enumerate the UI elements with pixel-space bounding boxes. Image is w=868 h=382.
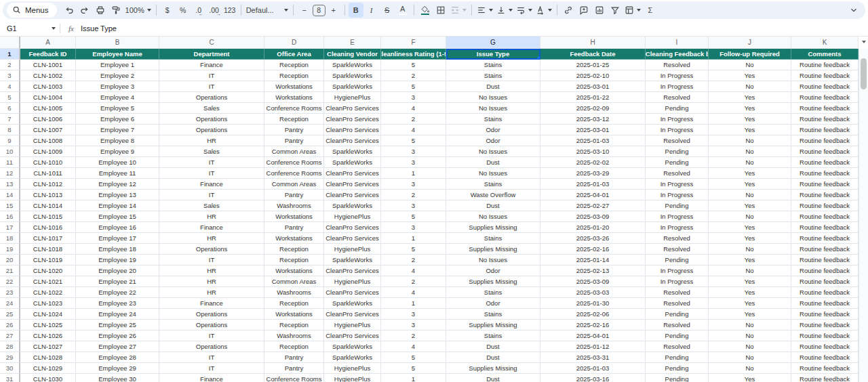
cell-C29[interactable]: IT bbox=[159, 352, 264, 363]
cell-F11[interactable]: 3 bbox=[381, 157, 446, 168]
cell-J20[interactable]: Yes bbox=[709, 255, 791, 266]
cell-D28[interactable]: Reception bbox=[264, 341, 324, 352]
cell-K10[interactable]: Routine feedback bbox=[791, 146, 859, 157]
cell-D18[interactable]: Workstations bbox=[264, 233, 324, 244]
selection-fill-handle[interactable] bbox=[537, 56, 540, 60]
cell-H8[interactable]: 2025-03-01 bbox=[540, 125, 646, 135]
cell-A25[interactable]: CLN-1024 bbox=[20, 309, 76, 320]
cell-G10[interactable]: No Issues bbox=[446, 146, 540, 157]
cell-A6[interactable]: CLN-1005 bbox=[20, 103, 76, 114]
row-header-15[interactable]: 15 bbox=[0, 200, 20, 211]
cell-J10[interactable]: No bbox=[709, 146, 791, 157]
cell-A11[interactable]: CLN-1010 bbox=[20, 157, 76, 168]
cell-F17[interactable]: 3 bbox=[381, 222, 446, 233]
text-color-button[interactable]: A bbox=[395, 3, 410, 18]
cell-J9[interactable]: No bbox=[709, 135, 791, 146]
cell-G11[interactable]: Dust bbox=[446, 157, 540, 168]
cell-J2[interactable]: No bbox=[709, 60, 791, 70]
cell-H7[interactable]: 2025-03-12 bbox=[540, 114, 646, 125]
cell-K4[interactable]: Routine feedback bbox=[791, 81, 859, 92]
cell-I30[interactable]: Pending bbox=[646, 363, 709, 374]
cell-D11[interactable]: Conference Rooms bbox=[264, 157, 324, 168]
cell-H17[interactable]: 2025-01-20 bbox=[540, 222, 646, 233]
cell-G28[interactable]: Dust bbox=[446, 341, 540, 352]
cell-B11[interactable]: Employee 10 bbox=[76, 157, 159, 168]
cell-K17[interactable]: Routine feedback bbox=[791, 222, 859, 233]
cell-F9[interactable]: 5 bbox=[381, 135, 446, 146]
vertical-align-button[interactable] bbox=[495, 3, 514, 18]
cell-A31[interactable]: CLN-1030 bbox=[20, 374, 76, 382]
cell-A21[interactable]: CLN-1020 bbox=[20, 266, 76, 276]
cell-B31[interactable]: Employee 30 bbox=[76, 374, 159, 382]
cell-E31[interactable]: HygienePlus bbox=[324, 374, 381, 382]
cell-D26[interactable]: Reception bbox=[264, 320, 324, 331]
cell-H23[interactable]: 2025-03-03 bbox=[540, 287, 646, 298]
cell-E11[interactable]: SparkleWorks bbox=[324, 157, 381, 168]
cell-C3[interactable]: IT bbox=[159, 70, 264, 81]
cell-K2[interactable]: Routine feedback bbox=[791, 60, 859, 70]
row-header-28[interactable]: 28 bbox=[0, 341, 20, 352]
cell-C31[interactable]: Finance bbox=[159, 374, 264, 382]
cell-C5[interactable]: Operations bbox=[159, 92, 264, 103]
row-header-19[interactable]: 19 bbox=[0, 244, 20, 255]
cell-K19[interactable]: Routine feedback bbox=[791, 244, 859, 255]
cell-H11[interactable]: 2025-02-02 bbox=[540, 157, 646, 168]
cell-A12[interactable]: CLN-1011 bbox=[20, 168, 76, 179]
column-dropdown-icon[interactable] bbox=[862, 41, 866, 43]
cell-B24[interactable]: Employee 23 bbox=[76, 298, 159, 309]
cell-C10[interactable]: Sales bbox=[159, 146, 264, 157]
cell-H12[interactable]: 2025-03-29 bbox=[540, 168, 646, 179]
cell-A20[interactable]: CLN-1019 bbox=[20, 255, 76, 266]
cell-K11[interactable]: Routine feedback bbox=[791, 157, 859, 168]
table-views-button[interactable] bbox=[623, 3, 642, 18]
cell-E12[interactable]: CleanPro Services bbox=[324, 168, 381, 179]
cell-K21[interactable]: Routine feedback bbox=[791, 266, 859, 276]
more-formats-button[interactable]: 123 bbox=[222, 3, 237, 18]
cell-G3[interactable]: Stains bbox=[446, 70, 540, 81]
cell-C8[interactable]: Operations bbox=[159, 125, 264, 135]
row-header-16[interactable]: 16 bbox=[0, 211, 20, 222]
cell-G17[interactable]: Supplies Missing bbox=[446, 222, 540, 233]
cell-J29[interactable]: No bbox=[709, 352, 791, 363]
column-header-G[interactable]: G bbox=[446, 37, 540, 49]
cell-C25[interactable]: Operations bbox=[159, 309, 264, 320]
cell-G6[interactable]: No Issues bbox=[446, 103, 540, 114]
cell-J17[interactable]: Yes bbox=[709, 222, 791, 233]
cell-A29[interactable]: CLN-1028 bbox=[20, 352, 76, 363]
cell-A22[interactable]: CLN-1021 bbox=[20, 276, 76, 287]
cell-B17[interactable]: Employee 16 bbox=[76, 222, 159, 233]
row-header-25[interactable]: 25 bbox=[0, 309, 20, 320]
cell-J12[interactable]: Yes bbox=[709, 168, 791, 179]
cell-F8[interactable]: 4 bbox=[381, 125, 446, 135]
cell-B3[interactable]: Employee 2 bbox=[76, 70, 159, 81]
text-rotation-button[interactable] bbox=[534, 3, 553, 18]
horizontal-align-button[interactable] bbox=[475, 3, 494, 18]
cell-B22[interactable]: Employee 21 bbox=[76, 276, 159, 287]
cell-G26[interactable]: Supplies Missing bbox=[446, 320, 540, 331]
cell-H6[interactable]: 2025-02-09 bbox=[540, 103, 646, 114]
cell-C6[interactable]: Sales bbox=[159, 103, 264, 114]
cell-K27[interactable]: Routine feedback bbox=[791, 331, 859, 341]
cell-D27[interactable]: Washrooms bbox=[264, 331, 324, 341]
cell-E17[interactable]: CleanPro Services bbox=[324, 222, 381, 233]
cell-H27[interactable]: 2025-04-01 bbox=[540, 331, 646, 341]
cell-I10[interactable]: Pending bbox=[646, 146, 709, 157]
cell-A2[interactable]: CLN-1001 bbox=[20, 60, 76, 70]
row-header-14[interactable]: 14 bbox=[0, 190, 20, 200]
cell-H25[interactable]: 2025-02-06 bbox=[540, 309, 646, 320]
cell-B23[interactable]: Employee 22 bbox=[76, 287, 159, 298]
row-header-12[interactable]: 12 bbox=[0, 168, 20, 179]
cell-F18[interactable]: 1 bbox=[381, 233, 446, 244]
row-header-4[interactable]: 4 bbox=[0, 81, 20, 92]
cell-G21[interactable]: Odor bbox=[446, 266, 540, 276]
cell-F14[interactable]: 2 bbox=[381, 190, 446, 200]
cell-E30[interactable]: HygienePlus bbox=[324, 363, 381, 374]
row-header-29[interactable]: 29 bbox=[0, 352, 20, 363]
cell-E27[interactable]: CleanPro Services bbox=[324, 331, 381, 341]
cell-J31[interactable]: Yes bbox=[709, 374, 791, 382]
cell-C26[interactable]: Operations bbox=[159, 320, 264, 331]
cell-I6[interactable]: Pending bbox=[646, 103, 709, 114]
cell-I17[interactable]: In Progress bbox=[646, 222, 709, 233]
cell-I20[interactable]: Pending bbox=[646, 255, 709, 266]
cell-I9[interactable]: Resolved bbox=[646, 135, 709, 146]
